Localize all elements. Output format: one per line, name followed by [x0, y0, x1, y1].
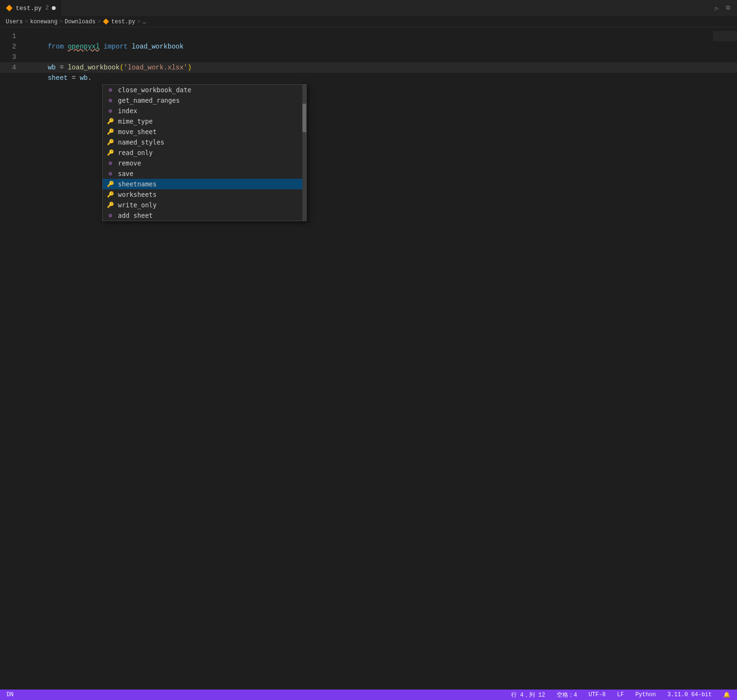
- status-remote[interactable]: DN: [4, 690, 16, 700]
- status-row-col[interactable]: 行 4，列 12: [508, 690, 548, 700]
- module-openpyxl: openpyxl: [68, 43, 99, 50]
- active-tab[interactable]: 🔶 test.py 2: [0, 0, 62, 17]
- autocomplete-item-9[interactable]: 🔑 sheetnames: [103, 179, 306, 189]
- editor-line-1: 1 from openpyxl import load_workbook: [0, 31, 737, 41]
- autocomplete-text-2: index: [118, 107, 137, 115]
- status-left: DN: [4, 690, 16, 700]
- autocomplete-icon-5: 🔑: [107, 139, 114, 146]
- autocomplete-item-2[interactable]: ⚙ index: [103, 106, 306, 116]
- autocomplete-icon-7: ⚙: [107, 160, 114, 167]
- line-number-3: 3: [0, 52, 24, 62]
- autocomplete-text-9: sheetnames: [118, 180, 156, 188]
- autocomplete-item-5[interactable]: 🔑 named_styles: [103, 137, 306, 147]
- autocomplete-icon-2: ⚙: [107, 107, 114, 115]
- autocomplete-item-12[interactable]: ⚙ add sheet: [103, 210, 306, 221]
- autocomplete-item-7[interactable]: ⚙ remove: [103, 158, 306, 168]
- editor-line-3: 3 wb = load_workbook('load_work.xlsx'): [0, 52, 737, 62]
- tab-modified-dot: [52, 6, 56, 10]
- autocomplete-icon-1: ⚙: [107, 97, 114, 104]
- autocomplete-text-6: read_only: [118, 149, 153, 156]
- breadcrumb-file-icon: 🔶: [103, 19, 109, 25]
- editor-area[interactable]: 1 from openpyxl import load_workbook 2 3…: [0, 27, 737, 77]
- autocomplete-icon-3: 🔑: [107, 118, 114, 125]
- autocomplete-item-11[interactable]: 🔑 write_only: [103, 200, 306, 210]
- status-line-ending[interactable]: LF: [614, 690, 627, 700]
- autocomplete-text-12: add sheet: [118, 212, 153, 219]
- breadcrumb-sep-2: >: [59, 19, 63, 25]
- tab-file-icon: 🔶: [6, 5, 13, 12]
- line-content-4: sheet = wb.: [24, 62, 92, 94]
- autocomplete-text-10: worksheets: [118, 191, 156, 198]
- autocomplete-icon-11: 🔑: [107, 202, 114, 209]
- autocomplete-icon-10: 🔑: [107, 191, 114, 198]
- status-notifications[interactable]: 🔔: [720, 690, 733, 700]
- breadcrumb-downloads[interactable]: Downloads: [65, 19, 96, 25]
- breadcrumb-konewang[interactable]: konewang: [30, 19, 58, 25]
- breadcrumb-file[interactable]: 🔶 test.py: [103, 19, 135, 25]
- tab-actions: ▷ ⧉: [712, 3, 737, 14]
- breadcrumb-sep-4: >: [137, 19, 140, 25]
- autocomplete-text-3: mime_type: [118, 117, 153, 125]
- var-wb-dot: wb.: [80, 74, 92, 82]
- autocomplete-item-1[interactable]: ⚙ get_named_ranges: [103, 95, 306, 106]
- status-encoding[interactable]: UTF-8: [586, 690, 609, 700]
- status-bar: DN 行 4，列 12 空格：4 UTF-8 LF Python 3.11.0 …: [0, 690, 737, 700]
- autocomplete-icon-12: ⚙: [107, 212, 114, 219]
- autocomplete-text-0: close_workbook_date: [118, 86, 191, 94]
- breadcrumb: Users > konewang > Downloads > 🔶 test.py…: [0, 17, 737, 27]
- run-button[interactable]: ▷: [712, 3, 721, 14]
- autocomplete-text-1: get_named_ranges: [118, 97, 180, 104]
- autocomplete-icon-9: 🔑: [107, 181, 114, 188]
- status-language[interactable]: Python: [632, 690, 659, 700]
- autocomplete-scrollbar[interactable]: [302, 85, 306, 221]
- autocomplete-icon-4: 🔑: [107, 128, 114, 136]
- paren-close-3: ): [188, 64, 192, 71]
- autocomplete-item-10[interactable]: 🔑 worksheets: [103, 189, 306, 200]
- keyword-import: import: [100, 43, 132, 50]
- autocomplete-dropdown[interactable]: ⚙ close_workbook_date ⚙ get_named_ranges…: [102, 84, 307, 221]
- breadcrumb-users[interactable]: Users: [6, 19, 23, 25]
- autocomplete-icon-0: ⚙: [107, 87, 114, 94]
- paren-open-3: (: [120, 64, 124, 71]
- autocomplete-text-8: save: [118, 170, 134, 177]
- status-right: 行 4，列 12 空格：4 UTF-8 LF Python 3.11.0 64-…: [508, 690, 733, 700]
- line-number-1: 1: [0, 31, 24, 41]
- autocomplete-text-7: remove: [118, 159, 141, 167]
- tab-filename: test.py: [16, 5, 42, 12]
- split-editor-button[interactable]: ⧉: [723, 3, 733, 13]
- autocomplete-item-3[interactable]: 🔑 mime_type: [103, 116, 306, 126]
- autocomplete-icon-8: ⚙: [107, 170, 114, 177]
- op-assign-4: =: [68, 74, 79, 82]
- breadcrumb-sep-1: >: [25, 19, 28, 25]
- var-sheet: sheet: [48, 74, 68, 82]
- line-number-2: 2: [0, 41, 24, 52]
- autocomplete-scrollbar-thumb: [302, 104, 306, 132]
- autocomplete-item-8[interactable]: ⚙ save: [103, 168, 306, 179]
- breadcrumb-sep-3: >: [97, 19, 101, 25]
- keyword-from: from: [48, 43, 68, 50]
- string-filename: 'load_work.xlsx': [124, 64, 187, 71]
- identifier-load-workbook: load_workbook: [132, 43, 184, 50]
- autocomplete-item-0[interactable]: ⚙ close_workbook_date: [103, 85, 306, 95]
- line-number-4: 4: [0, 62, 24, 73]
- status-python-version[interactable]: 3.11.0 64-bit: [664, 690, 715, 700]
- line-content-2: [24, 41, 28, 52]
- tab-unsaved-count: 2: [46, 5, 49, 11]
- autocomplete-icon-6: 🔑: [107, 149, 114, 156]
- autocomplete-text-4: move_sheet: [118, 128, 156, 136]
- minimap: [713, 31, 737, 41]
- autocomplete-text-11: write_only: [118, 201, 156, 209]
- autocomplete-item-4[interactable]: 🔑 move_sheet: [103, 126, 306, 137]
- status-spaces[interactable]: 空格：4: [554, 690, 580, 700]
- breadcrumb-ellipsis[interactable]: …: [143, 19, 146, 25]
- tab-bar: 🔶 test.py 2 ▷ ⧉: [0, 0, 737, 17]
- autocomplete-item-6[interactable]: 🔑 read_only: [103, 147, 306, 158]
- autocomplete-text-5: named_styles: [118, 138, 165, 146]
